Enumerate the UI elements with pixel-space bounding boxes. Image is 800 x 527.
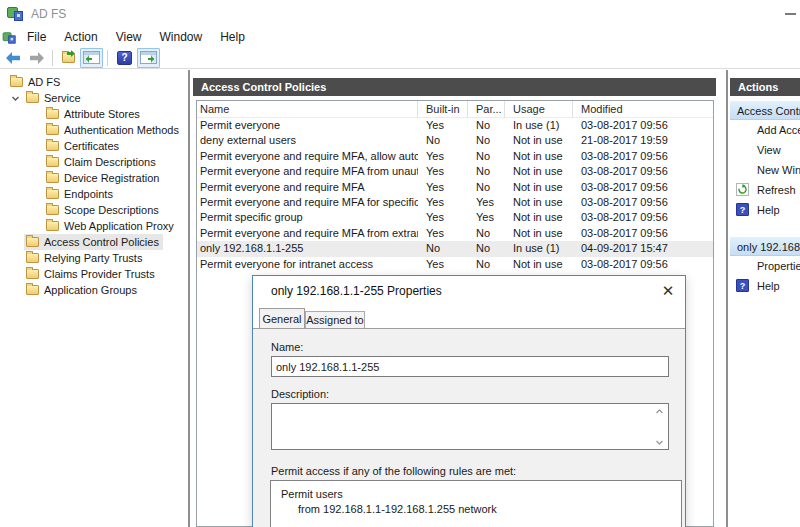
tree-item-access-control-policies[interactable]: Access Control Policies — [0, 234, 188, 250]
scroll-up-icon[interactable] — [653, 406, 665, 416]
table-row[interactable]: Permit everyone and require MFA, allow a… — [197, 149, 713, 164]
rules-label: Permit access if any of the following ru… — [271, 465, 516, 477]
rule-line: Permit users — [281, 487, 681, 502]
menu-bar: File Action View Window Help — [0, 27, 800, 47]
folder-icon — [46, 221, 59, 231]
folder-icon — [46, 173, 59, 183]
menu-window[interactable]: Window — [151, 28, 212, 46]
help-icon[interactable]: ? — [114, 48, 135, 68]
tree-item-device-registration[interactable]: Device Registration — [0, 170, 188, 186]
table-row[interactable]: Permit everyone and require MFA from ext… — [197, 226, 713, 241]
title-bar: AD FS — [0, 0, 800, 27]
table-row-selected[interactable]: only 192.168.1.1-255NoNoIn use (1)04-09-… — [197, 241, 713, 256]
forward-icon[interactable] — [26, 48, 48, 68]
actions-section-selected-policy[interactable]: only 192.168.1.1-255 — [730, 236, 800, 256]
tree-item-claim-descriptions[interactable]: Claim Descriptions — [0, 154, 188, 170]
column-header-modified[interactable]: Modified — [573, 101, 713, 118]
action-view[interactable]: View — [730, 140, 800, 160]
menu-file[interactable]: File — [18, 28, 55, 46]
help-icon: ? — [736, 203, 749, 216]
folder-icon — [46, 157, 59, 167]
folder-icon — [26, 253, 39, 263]
pane-splitter[interactable] — [188, 70, 190, 527]
folder-icon — [46, 141, 59, 151]
action-new-window[interactable]: New Window from Here — [730, 160, 800, 180]
description-label: Description: — [271, 388, 329, 400]
column-header-par[interactable]: Par... — [468, 101, 505, 118]
folder-icon — [26, 93, 39, 103]
column-header-usage[interactable]: Usage — [505, 101, 573, 118]
tree-item-application-groups[interactable]: Application Groups — [0, 282, 188, 298]
menu-action[interactable]: Action — [55, 28, 106, 46]
dialog-tabs: General Assigned to — [253, 306, 685, 328]
dialog-general-page: Name: Description: Permit access if any … — [253, 328, 685, 527]
table-row[interactable]: Permit everyone for intranet accessYesNo… — [197, 257, 713, 272]
tree-item-web-application-proxy[interactable]: Web Application Proxy — [0, 218, 188, 234]
table-row[interactable]: Permit specific groupYesYesNot in use03-… — [197, 210, 713, 225]
menu-help[interactable]: Help — [211, 28, 254, 46]
folder-icon — [10, 77, 23, 87]
help-icon: ? — [736, 279, 749, 292]
column-header-built-in[interactable]: Built-in — [418, 101, 468, 118]
tab-assigned-to[interactable]: Assigned to — [305, 311, 365, 328]
action-help-selected[interactable]: ? Help — [730, 276, 800, 296]
toolbar-separator — [107, 50, 108, 66]
action-refresh[interactable]: Refresh — [730, 180, 800, 200]
show-console-tree-icon[interactable] — [80, 48, 103, 68]
adfs-app-icon — [7, 6, 24, 21]
chevron-down-icon[interactable] — [6, 94, 24, 103]
console-tree: AD FS Service Attribute Stores Authentic… — [0, 70, 188, 527]
description-field[interactable] — [271, 403, 669, 450]
table-row[interactable]: Permit everyone and require MFA from una… — [197, 164, 713, 179]
tree-item-attribute-stores[interactable]: Attribute Stores — [0, 106, 188, 122]
actions-section-access-control-policies[interactable]: Access Control Policies — [730, 100, 800, 120]
properties-dialog: only 192.168.1.1-255 Properties ✕ Genera… — [252, 275, 686, 527]
action-properties[interactable]: Properties — [730, 256, 800, 276]
tree-item-scope-descriptions[interactable]: Scope Descriptions — [0, 202, 188, 218]
folder-icon — [26, 285, 39, 295]
minimize-icon[interactable] — [785, 13, 796, 15]
export-list-icon[interactable] — [59, 48, 78, 68]
refresh-icon — [736, 183, 749, 196]
folder-icon — [26, 269, 39, 279]
close-icon[interactable]: ✕ — [651, 276, 685, 305]
folder-icon — [46, 125, 59, 135]
adfs-window: AD FS File Action View Window Help ? — [0, 0, 800, 527]
pane-splitter[interactable] — [726, 70, 728, 527]
menu-view[interactable]: View — [107, 28, 151, 46]
folder-icon — [26, 237, 39, 247]
rule-line: from 192.168.1.1-192.168.1.255 network — [281, 502, 681, 517]
results-pane-title: Access Control Policies — [193, 78, 716, 96]
table-row[interactable]: Permit everyone and require MFA for spec… — [197, 195, 713, 210]
table-row[interactable]: Permit everyone and require MFAYesNoNot … — [197, 180, 713, 195]
scroll-down-icon[interactable] — [653, 437, 665, 447]
table-row[interactable]: Permit everyoneYesNoIn use (1)03-08-2017… — [197, 118, 713, 133]
action-add-access-control-policy[interactable]: Add Access Control Policy — [730, 120, 800, 140]
name-label: Name: — [271, 341, 303, 353]
folder-icon — [46, 189, 59, 199]
back-icon[interactable] — [2, 48, 24, 68]
tree-item-relying-party-trusts[interactable]: Relying Party Trusts — [0, 250, 188, 266]
column-header-name[interactable]: Name — [197, 101, 418, 118]
tree-item-authentication-methods[interactable]: Authentication Methods — [0, 122, 188, 138]
actions-pane: Actions Access Control Policies Add Acce… — [730, 70, 800, 527]
name-field[interactable] — [271, 356, 669, 377]
tree-item-adfs[interactable]: AD FS — [0, 74, 188, 90]
tree-item-endpoints[interactable]: Endpoints — [0, 186, 188, 202]
rules-list[interactable]: Permit users from 192.168.1.1-192.168.1.… — [270, 480, 682, 527]
actions-pane-title: Actions — [730, 78, 800, 96]
tree-item-claims-provider-trusts[interactable]: Claims Provider Trusts — [0, 266, 188, 282]
tab-general[interactable]: General — [259, 308, 305, 328]
table-row[interactable]: deny external usersNoNoNot in use21-08-2… — [197, 133, 713, 148]
action-help[interactable]: ? Help — [730, 200, 800, 220]
tree-item-certificates[interactable]: Certificates — [0, 138, 188, 154]
console-menu-icon[interactable] — [3, 31, 17, 43]
folder-icon — [46, 205, 59, 215]
toolbar-separator — [52, 50, 53, 66]
dialog-title: only 192.168.1.1-255 Properties — [271, 284, 442, 298]
list-header-row: Name Built-in Par... Usage Modified — [197, 101, 713, 118]
toolbar: ? — [0, 47, 800, 69]
folder-icon — [46, 109, 59, 119]
tree-item-service[interactable]: Service — [0, 90, 188, 106]
show-action-pane-icon[interactable] — [137, 48, 160, 68]
